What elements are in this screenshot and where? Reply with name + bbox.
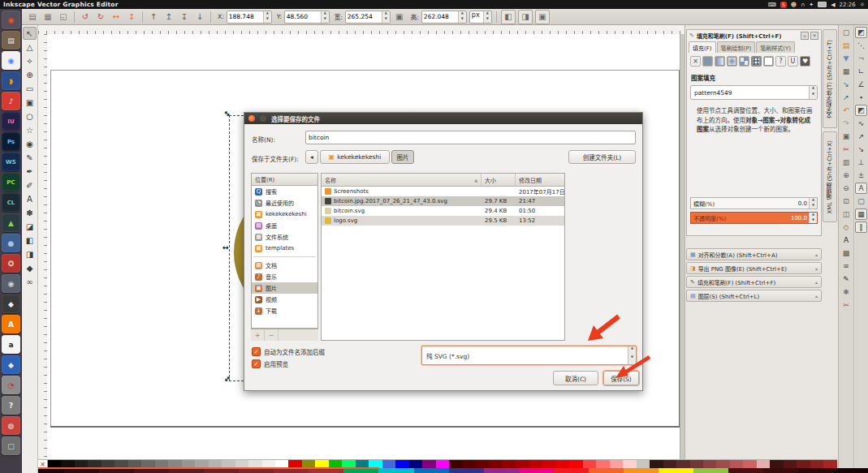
panel-float-icon[interactable]: ▫ — [801, 32, 809, 40]
pencil-tool-icon[interactable]: ✎ — [23, 151, 37, 164]
pen-tool-icon[interactable]: ✒ — [23, 165, 37, 178]
palette-swatch-row2[interactable] — [519, 468, 554, 473]
collapse-arrow-icon[interactable]: ▴ — [815, 265, 818, 271]
column-date[interactable]: 修改日期 — [516, 174, 564, 186]
column-size[interactable]: 大小 — [482, 174, 516, 186]
snap-text-icon[interactable]: A — [855, 183, 867, 194]
collapse-arrow-icon[interactable]: ▴ — [815, 252, 818, 257]
place-item-桌面[interactable]: ▤桌面 — [252, 220, 317, 231]
import-icon[interactable]: ↘ — [840, 79, 853, 90]
select-all-layers-icon[interactable]: ▦ — [41, 11, 54, 24]
text-font-vertical-tab[interactable]: 文字和字体(T) (Shift+Ctrl+T) — [823, 29, 837, 128]
palette-swatch-row2[interactable] — [414, 468, 449, 473]
x-field[interactable]: ▲▼ — [227, 11, 272, 24]
file-row[interactable]: Screenshots2017年07月17日 — [322, 187, 564, 196]
place-item-最近使用的[interactable]: ◔最近使用的 — [252, 197, 317, 209]
user-icon[interactable]: ☻ — [791, 2, 797, 8]
save-icon[interactable]: ▼ — [840, 53, 853, 64]
place-item-图片[interactable]: ▣图片 — [252, 282, 317, 294]
snap-intersection-icon[interactable]: ↗ — [855, 131, 867, 142]
dialog-close-icon[interactable] — [248, 115, 255, 122]
ellipse-tool-icon[interactable]: ○ — [23, 110, 37, 123]
input-method-icon[interactable]: S — [780, 2, 787, 8]
volume-icon[interactable]: ◀ — [831, 2, 835, 8]
snap-smooth-icon[interactable]: ⊥ — [855, 157, 867, 168]
dropper-tool-icon[interactable]: ◆ — [23, 261, 37, 274]
y-field[interactable]: ▲▼ — [284, 11, 330, 24]
no-paint-icon[interactable]: × — [690, 56, 701, 67]
globe-app[interactable]: ● — [2, 234, 20, 252]
rotate-ccw-icon[interactable]: ↺ — [79, 11, 92, 24]
paste-icon[interactable]: ▥ — [840, 157, 853, 168]
breadcrumb-current-button[interactable]: 图片 — [391, 150, 414, 164]
deselect-icon[interactable]: ◱ — [57, 11, 70, 24]
file-row[interactable]: bitcoin.jpg.2017_07_26_21_47_43.0.svg29.… — [322, 196, 564, 206]
selector-tool-icon[interactable]: ↖ — [23, 27, 37, 40]
append-extension-checkbox[interactable]: ✓ 自动为文件名添加后缀 — [252, 347, 325, 356]
place-item-文件系统[interactable]: ▦文件系统 — [252, 231, 317, 243]
palette-swatch-row2[interactable] — [659, 468, 693, 473]
rotate-cw-icon[interactable]: ↻ — [94, 11, 107, 24]
enable-preview-checkbox[interactable]: ✓ 启用预览 — [252, 359, 288, 368]
docked-panel-1[interactable]: ◨导出 PNG 图像(E) (Shift+Ctrl+E)▴ — [686, 262, 822, 274]
unset-paint-icon[interactable]: U — [788, 56, 798, 67]
raise-icon[interactable]: ↥ — [162, 11, 175, 24]
filetype-dropdown[interactable]: 纯 SVG (*.svg) ▲▼ — [421, 346, 637, 365]
cut-icon[interactable]: ✂ — [840, 144, 853, 155]
file-row[interactable]: logo.svg29.5 KB13:52 — [322, 216, 564, 226]
scale-stroke-toggle-icon[interactable]: ◧ — [501, 10, 516, 24]
pattern-select[interactable]: pattern4549 ▲▼ — [690, 85, 818, 100]
accessibility-icon[interactable]: ✦ — [809, 2, 814, 8]
bucket-tool-icon[interactable]: ◧ — [23, 234, 37, 247]
redo-icon[interactable]: ↷ — [840, 118, 853, 129]
print-icon[interactable]: ▦ — [840, 66, 853, 77]
clone-icon[interactable]: ◇ — [840, 221, 853, 233]
flip-horizontal-icon[interactable]: ↔ — [110, 11, 123, 24]
new-document-icon[interactable]: ▢ — [840, 27, 853, 38]
firefox[interactable]: ◗ — [2, 71, 20, 90]
inkscape[interactable]: ◆ — [2, 295, 20, 313]
eraser-tool-icon[interactable]: ◪ — [23, 220, 37, 233]
node-tool-icon[interactable]: △ — [23, 41, 37, 54]
trash[interactable]: ▢ — [2, 436, 20, 455]
docked-panel-2[interactable]: ✎填充和笔刷(F) (Shift+Ctrl+F)▴ — [686, 276, 822, 288]
tab-笔刷绘制(P)[interactable]: 笔刷绘制(P) — [717, 41, 756, 53]
xml-icon[interactable]: ≡ — [840, 260, 853, 272]
palette-swatch-row2[interactable] — [833, 468, 868, 473]
clion[interactable]: CL — [2, 193, 20, 212]
palette-swatch-row2[interactable] — [449, 468, 484, 473]
zoom-tool-icon[interactable]: ⊕ — [23, 68, 37, 81]
panel-close-icon[interactable]: ✕ — [810, 32, 818, 40]
lower-to-bottom-icon[interactable]: ↓ — [193, 11, 206, 24]
export-icon[interactable]: ↗ — [840, 92, 853, 103]
spray-tool-icon[interactable]: ✽ — [23, 206, 37, 219]
battery-icon[interactable] — [818, 2, 827, 7]
wifi-icon[interactable]: ∩ — [801, 2, 805, 8]
pattern-icon[interactable] — [751, 56, 762, 67]
zoom-drawing-icon[interactable]: ⊖ — [840, 183, 853, 194]
tweak-tool-icon[interactable]: ✧ — [23, 54, 37, 67]
calligraphy-tool-icon[interactable]: ✐ — [23, 178, 37, 191]
lock-ratio-icon[interactable]: ▣ — [393, 11, 406, 24]
gauge-app[interactable]: ◔ — [2, 376, 20, 394]
place-item-templates[interactable]: ▣templates — [252, 243, 317, 254]
height-field[interactable]: ▲▼ — [421, 11, 467, 24]
rectangle-tool-icon[interactable]: ▭ — [23, 82, 37, 95]
snap-guide-icon[interactable]: ∥ — [855, 221, 867, 233]
photoshop[interactable]: Ps — [2, 132, 20, 151]
place-item-音乐[interactable]: ♪音乐 — [252, 271, 317, 282]
remove-place-button[interactable]: − — [265, 329, 279, 341]
undo-icon[interactable]: ↶ — [840, 105, 853, 116]
add-place-button[interactable]: + — [251, 329, 265, 341]
file-manager[interactable]: ▤ — [2, 31, 20, 49]
radial-gradient-icon[interactable] — [727, 56, 737, 67]
text-tool-icon[interactable]: A — [23, 192, 37, 205]
flip-vertical-icon[interactable]: ↕ — [125, 11, 138, 24]
spiral-tool-icon[interactable]: ◉ — [23, 137, 37, 150]
red-sphere-app[interactable]: ✪ — [2, 254, 20, 273]
system-tray[interactable]: ⌨S☻∩✦◀ 22:26 ☼ — [768, 2, 865, 8]
text-dialog-icon[interactable]: A — [840, 234, 853, 246]
collapse-arrow-icon[interactable]: ▴ — [815, 279, 818, 285]
preferences-icon[interactable]: ✱ — [840, 286, 853, 298]
open-document-icon[interactable]: ▤ — [840, 40, 853, 51]
